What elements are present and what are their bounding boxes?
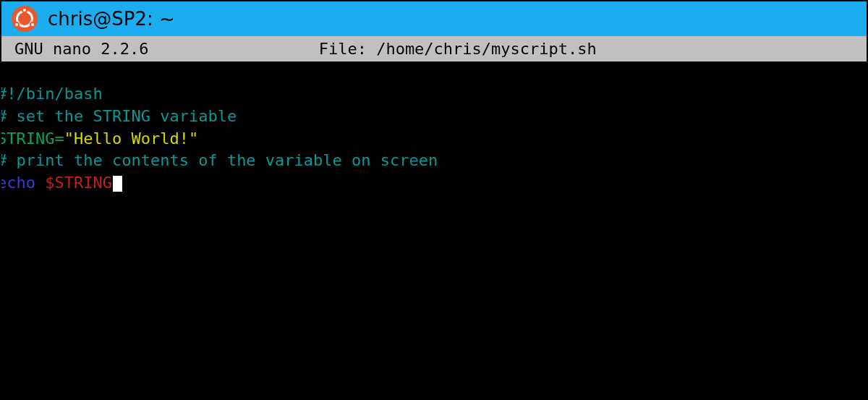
- nano-header-bar: GNU nano 2.2.6 File: /home/chris/myscrip…: [1, 36, 867, 61]
- code-echo-cmd: echo: [0, 174, 45, 192]
- code-comment-2: # print the contents of the variable on …: [0, 151, 438, 169]
- code-shebang: #!/bin/bash: [0, 85, 103, 103]
- nano-file-path: /home/chris/myscript.sh: [376, 40, 597, 58]
- terminal-window: chris@SP2: ~ GNU nano 2.2.6 File: /home/…: [1, 1, 867, 399]
- nano-file-label: File:: [319, 40, 367, 58]
- ubuntu-icon: [12, 6, 38, 32]
- code-string-literal: "Hello World!": [64, 129, 198, 148]
- nano-app-label: GNU nano 2.2.6: [14, 40, 148, 58]
- code-var-assign: STRING=: [0, 129, 64, 148]
- code-comment-1: # set the STRING variable: [0, 107, 237, 125]
- code-var-ref: $STRING: [45, 174, 112, 192]
- text-cursor: [113, 176, 122, 192]
- editor-area[interactable]: #!/bin/bash# set the STRING variableSTRI…: [0, 61, 867, 399]
- window-title: chris@SP2: ~: [48, 8, 175, 30]
- nano-file-info: File: /home/chris/myscript.sh: [148, 40, 767, 58]
- window-titlebar[interactable]: chris@SP2: ~: [1, 1, 867, 36]
